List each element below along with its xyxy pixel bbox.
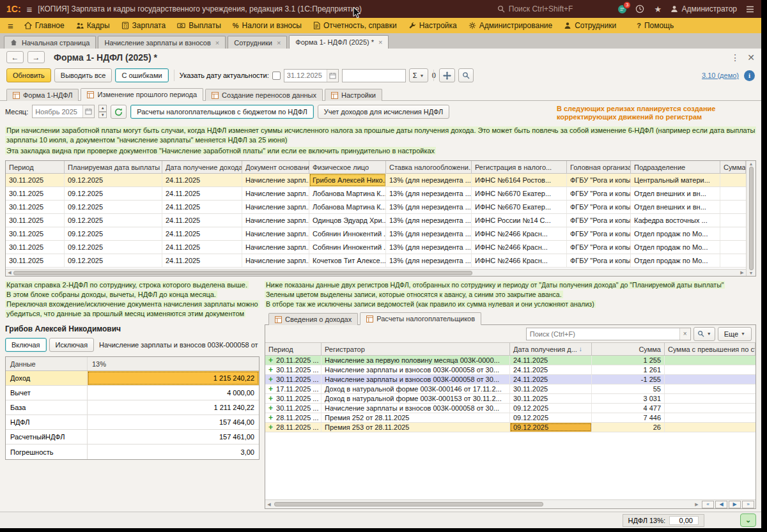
- table-cell[interactable]: Начисление зарпл...: [242, 201, 309, 213]
- expand-icon[interactable]: +: [268, 423, 273, 432]
- column-header[interactable]: Головная организация: [567, 161, 631, 173]
- summary-label[interactable]: Доход: [6, 371, 88, 385]
- first-page-button[interactable]: «: [702, 501, 714, 508]
- discussions-icon[interactable]: 3: [617, 4, 627, 14]
- table-cell[interactable]: 30.11.2025: [6, 174, 65, 186]
- main-table-hscrollbar[interactable]: ◀ ▶: [6, 269, 746, 276]
- table-cell[interactable]: 09.12.2025: [65, 187, 162, 200]
- actuality-date-checkbox[interactable]: [272, 72, 281, 80]
- menu-item-main[interactable]: Главное: [19, 19, 70, 32]
- table-cell[interactable]: Центральный матери...: [631, 174, 720, 186]
- summary-row[interactable]: Доход1 215 240,22: [6, 371, 259, 386]
- column-header[interactable]: Сумма: [592, 343, 665, 355]
- column-header[interactable]: Регистрация в налого...: [472, 161, 567, 173]
- column-header[interactable]: Физическое лицо: [309, 161, 386, 173]
- table-row[interactable]: 30.11.202509.12.202524.11.2025Начисление…: [6, 227, 746, 241]
- table-cell[interactable]: 09.12.2025: [510, 423, 592, 432]
- table-cell[interactable]: ФГБУ "Рога и копыта": [567, 201, 631, 213]
- close-tab-icon[interactable]: ×: [277, 39, 281, 47]
- current-user[interactable]: Администратор: [670, 4, 737, 13]
- table-cell[interactable]: +28.11.2025 ...: [265, 423, 322, 432]
- summary-row[interactable]: РасчетныйНДФЛ157 461,00: [6, 430, 259, 445]
- menu-item-nastroika[interactable]: Настройка: [403, 19, 463, 32]
- step-up-icon[interactable]: ▲: [98, 105, 107, 112]
- table-cell[interactable]: +20.11.2025 ...: [265, 356, 322, 365]
- last-page-button[interactable]: »: [742, 501, 754, 508]
- table-cell[interactable]: Собянин Иннокентий ...: [309, 241, 386, 254]
- table-cell[interactable]: 30.11.2025: [6, 187, 65, 200]
- scroll-right-icon[interactable]: ▶: [738, 270, 746, 275]
- expand-icon[interactable]: +: [268, 394, 273, 403]
- exclude-button[interactable]: Исключая: [49, 338, 95, 352]
- table-cell[interactable]: Отдел внешних и вн...: [631, 187, 720, 200]
- column-header[interactable]: Дата получение дохода: [162, 161, 242, 173]
- table-cell[interactable]: ФГБУ "Рога и копыта": [567, 174, 631, 186]
- column-header[interactable]: Подразделение: [631, 161, 720, 173]
- table-cell[interactable]: +28.11.2025 ...: [265, 413, 322, 422]
- table-cell[interactable]: ИФНС №2466 Красн...: [472, 254, 567, 267]
- tab-income-info[interactable]: Сведения о доходах: [268, 313, 358, 325]
- tab-nachislenie[interactable]: Начисление зарплаты и взносов ×: [98, 36, 226, 49]
- table-cell[interactable]: 09.12.2025: [65, 214, 162, 227]
- table-cell[interactable]: Отдел внешних и вн...: [631, 201, 720, 213]
- table-cell[interactable]: Начисление зарплаты и взносов 003К-00005…: [322, 375, 510, 384]
- table-cell[interactable]: ИФНС №2466 Красн...: [472, 241, 567, 254]
- table-cell[interactable]: 13% (для нерезидента ...: [386, 241, 472, 254]
- menu-item-otchetnost[interactable]: Отчетность, справки: [307, 19, 403, 32]
- tab-home[interactable]: Начальная страница: [4, 36, 96, 49]
- history-icon[interactable]: [635, 4, 645, 14]
- prev-page-button[interactable]: ◀: [715, 501, 727, 508]
- table-row[interactable]: 30.11.202509.12.202524.11.2025Начисление…: [6, 241, 746, 254]
- table-cell[interactable]: [665, 356, 755, 365]
- table-cell[interactable]: Начисление зарпл...: [242, 254, 309, 267]
- register-row[interactable]: +30.11.2025 ...Доход в натуральной форме…: [265, 394, 755, 404]
- column-header[interactable]: Сумма с превышения по ста...: [665, 343, 755, 355]
- table-cell[interactable]: [720, 227, 746, 240]
- register-row[interactable]: +30.11.2025 ...Начисление зарплаты и взн…: [265, 375, 755, 384]
- table-cell[interactable]: Одинцов Эдуард Хри...: [309, 214, 386, 227]
- summary-row[interactable]: Погрешность3,00: [6, 445, 259, 459]
- summary-value[interactable]: 1 211 240,22: [88, 400, 259, 414]
- table-cell[interactable]: ФГБУ "Рога и копыта": [567, 187, 631, 200]
- sections-menu-icon[interactable]: ≡: [3, 20, 19, 31]
- table-cell[interactable]: Отдел продаж по Мо...: [631, 254, 720, 267]
- scroll-down-icon[interactable]: ▼: [747, 271, 755, 275]
- menu-item-nalogi[interactable]: % Налоги и взносы: [227, 19, 307, 32]
- hscroll-thumb[interactable]: [274, 502, 543, 506]
- table-row[interactable]: 30.11.202509.12.202524.11.2025Начисление…: [6, 214, 746, 227]
- table-cell[interactable]: Отдел продаж по Мо...: [631, 241, 720, 254]
- register-search-input[interactable]: [527, 330, 679, 338]
- sum-button[interactable]: Σ ▼: [409, 68, 428, 82]
- main-menu-icon[interactable]: ≡: [27, 4, 33, 15]
- table-cell[interactable]: [665, 384, 755, 393]
- summary-label[interactable]: Погрешность: [6, 445, 88, 459]
- expand-icon[interactable]: +: [268, 365, 273, 374]
- table-cell[interactable]: [720, 174, 746, 186]
- favorites-icon[interactable]: ★: [653, 4, 663, 14]
- forward-button[interactable]: →: [27, 51, 45, 63]
- register-row[interactable]: +30.11.2025 ...Начисление зарплаты и взн…: [265, 404, 755, 413]
- itab-sozdanie-perenosov[interactable]: Создание переносов данных: [205, 89, 323, 101]
- vscroll-thumb[interactable]: [749, 167, 754, 270]
- table-cell[interactable]: Премия 252 от 28.11.2025: [322, 413, 510, 422]
- table-cell[interactable]: 4 477: [592, 404, 665, 413]
- table-cell[interactable]: Отдел продаж по Мо...: [631, 227, 720, 240]
- table-cell[interactable]: ФГБУ "Рога и копыта": [567, 214, 631, 227]
- table-cell[interactable]: Кафедра восточных ...: [631, 214, 720, 227]
- table-cell[interactable]: 09.12.2025: [510, 413, 592, 422]
- find-button[interactable]: [458, 68, 474, 82]
- table-cell[interactable]: ФГБУ "Рога и копыта": [567, 241, 631, 254]
- scroll-left-icon[interactable]: ◀: [265, 502, 273, 507]
- table-row[interactable]: 30.11.202509.12.202524.11.2025Начисление…: [6, 174, 746, 187]
- table-cell[interactable]: 30.11.2025: [510, 394, 592, 403]
- with-errors-toggle[interactable]: С ошибками: [115, 68, 168, 82]
- column-header[interactable]: Период: [265, 343, 322, 355]
- table-cell[interactable]: 24.11.2025: [162, 174, 242, 186]
- tab-forma-1-ndfl[interactable]: Форма 1- НДФЛ (2025) * ×: [289, 35, 389, 49]
- table-cell[interactable]: 24.11.2025: [162, 201, 242, 213]
- table-cell[interactable]: 09.12.2025: [510, 404, 592, 413]
- register-row[interactable]: +17.11.2025 ...Доход в натуральной форме…: [265, 384, 755, 394]
- table-cell[interactable]: ИФНС России №14 С...: [472, 214, 567, 227]
- refresh-month-button[interactable]: [111, 105, 127, 119]
- version-link[interactable]: 3.10 (демо): [702, 72, 739, 79]
